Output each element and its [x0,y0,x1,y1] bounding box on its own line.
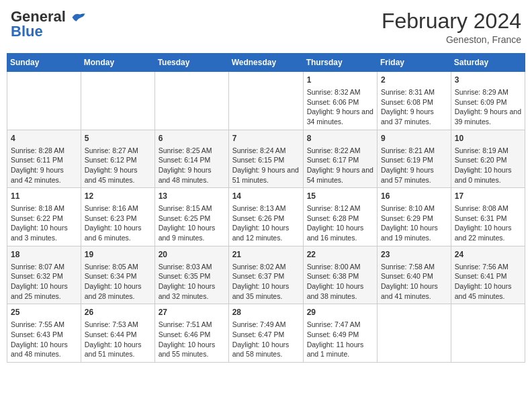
day-number: 29 [307,307,373,318]
calendar-cell: 13Sunrise: 8:15 AM Sunset: 6:25 PM Dayli… [154,188,228,246]
calendar-week-row: 11Sunrise: 8:18 AM Sunset: 6:22 PM Dayli… [7,188,525,246]
calendar-cell: 27Sunrise: 7:51 AM Sunset: 6:46 PM Dayli… [154,304,228,363]
day-number: 28 [232,307,300,318]
day-number: 26 [85,307,151,318]
header-thursday: Thursday [303,54,377,72]
day-number: 1 [307,75,373,86]
weekday-header-row: Sunday Monday Tuesday Wednesday Thursday… [7,54,525,72]
day-info: Sunrise: 8:12 AM Sunset: 6:28 PM Dayligh… [307,203,373,243]
day-info: Sunrise: 8:05 AM Sunset: 6:34 PM Dayligh… [85,262,151,302]
calendar-cell: 16Sunrise: 8:10 AM Sunset: 6:29 PM Dayli… [378,188,451,246]
calendar-cell: 29Sunrise: 7:47 AM Sunset: 6:49 PM Dayli… [303,304,377,363]
calendar-cell: 21Sunrise: 8:02 AM Sunset: 6:37 PM Dayli… [228,246,303,304]
day-number: 14 [232,191,300,202]
calendar-cell: 3Sunrise: 8:29 AM Sunset: 6:09 PM Daylig… [451,72,525,130]
day-number: 12 [85,191,151,202]
day-number: 23 [381,249,447,261]
calendar-cell: 24Sunrise: 7:56 AM Sunset: 6:41 PM Dayli… [451,246,525,304]
calendar-title-area: February 2024 Geneston, France [382,9,521,45]
calendar-cell: 14Sunrise: 8:13 AM Sunset: 6:26 PM Dayli… [228,188,303,246]
day-info: Sunrise: 8:21 AM Sunset: 6:19 PM Dayligh… [381,146,447,185]
calendar-cell: 1Sunrise: 8:32 AM Sunset: 6:06 PM Daylig… [303,72,377,130]
calendar-week-row: 18Sunrise: 8:07 AM Sunset: 6:32 PM Dayli… [7,246,525,304]
calendar-cell: 25Sunrise: 7:55 AM Sunset: 6:43 PM Dayli… [7,304,81,363]
day-number: 8 [307,133,373,144]
day-info: Sunrise: 8:31 AM Sunset: 6:08 PM Dayligh… [381,87,447,127]
day-info: Sunrise: 7:58 AM Sunset: 6:40 PM Dayligh… [381,262,447,302]
calendar-cell: 20Sunrise: 8:03 AM Sunset: 6:35 PM Dayli… [154,246,228,304]
day-info: Sunrise: 7:55 AM Sunset: 6:43 PM Dayligh… [11,320,77,359]
calendar-week-row: 4Sunrise: 8:28 AM Sunset: 6:11 PM Daylig… [7,130,525,188]
day-number: 6 [159,133,225,144]
day-number: 10 [455,133,521,144]
day-info: Sunrise: 7:49 AM Sunset: 6:47 PM Dayligh… [232,320,300,359]
calendar-cell: 19Sunrise: 8:05 AM Sunset: 6:34 PM Dayli… [81,246,154,304]
day-number: 18 [11,249,77,261]
calendar-week-row: 25Sunrise: 7:55 AM Sunset: 6:43 PM Dayli… [7,304,525,363]
calendar-cell [7,72,81,130]
calendar-cell [154,72,228,130]
day-info: Sunrise: 8:25 AM Sunset: 6:14 PM Dayligh… [159,146,225,185]
day-info: Sunrise: 8:32 AM Sunset: 6:06 PM Dayligh… [307,87,373,127]
day-number: 4 [11,133,77,144]
day-info: Sunrise: 8:07 AM Sunset: 6:32 PM Dayligh… [11,262,77,302]
day-number: 16 [381,191,447,202]
day-info: Sunrise: 8:27 AM Sunset: 6:12 PM Dayligh… [85,146,151,185]
day-info: Sunrise: 7:47 AM Sunset: 6:49 PM Dayligh… [307,320,373,359]
logo-bird-icon [71,11,86,24]
day-info: Sunrise: 8:00 AM Sunset: 6:38 PM Dayligh… [307,262,373,302]
calendar-cell [378,304,451,363]
day-number: 7 [232,133,300,144]
day-number: 20 [159,249,225,261]
calendar-cell: 23Sunrise: 7:58 AM Sunset: 6:40 PM Dayli… [378,246,451,304]
day-number: 11 [11,191,77,202]
calendar-cell: 11Sunrise: 8:18 AM Sunset: 6:22 PM Dayli… [7,188,81,246]
page-header: General Blue February 2024 Geneston, Fra… [7,7,525,48]
day-number: 3 [455,75,521,86]
logo: General Blue [11,9,86,39]
day-number: 25 [11,307,77,318]
day-number: 13 [159,191,225,202]
day-info: Sunrise: 8:29 AM Sunset: 6:09 PM Dayligh… [455,87,521,127]
calendar-cell [228,72,303,130]
calendar-cell: 28Sunrise: 7:49 AM Sunset: 6:47 PM Dayli… [228,304,303,363]
header-tuesday: Tuesday [154,54,228,72]
day-info: Sunrise: 8:13 AM Sunset: 6:26 PM Dayligh… [232,203,300,243]
calendar-cell: 6Sunrise: 8:25 AM Sunset: 6:14 PM Daylig… [154,130,228,188]
header-friday: Friday [378,54,451,72]
day-info: Sunrise: 8:19 AM Sunset: 6:20 PM Dayligh… [455,146,521,185]
calendar-cell: 26Sunrise: 7:53 AM Sunset: 6:44 PM Dayli… [81,304,154,363]
calendar-cell: 5Sunrise: 8:27 AM Sunset: 6:12 PM Daylig… [81,130,154,188]
calendar-cell: 9Sunrise: 8:21 AM Sunset: 6:19 PM Daylig… [378,130,451,188]
day-info: Sunrise: 7:51 AM Sunset: 6:46 PM Dayligh… [159,320,225,359]
calendar-cell: 7Sunrise: 8:24 AM Sunset: 6:15 PM Daylig… [228,130,303,188]
day-number: 5 [85,133,151,144]
day-info: Sunrise: 8:28 AM Sunset: 6:11 PM Dayligh… [11,146,77,185]
logo-blue-text: Blue [11,24,86,39]
day-number: 21 [232,249,300,261]
day-info: Sunrise: 8:24 AM Sunset: 6:15 PM Dayligh… [232,146,300,185]
day-info: Sunrise: 8:16 AM Sunset: 6:23 PM Dayligh… [85,203,151,243]
calendar-cell: 17Sunrise: 8:08 AM Sunset: 6:31 PM Dayli… [451,188,525,246]
calendar-cell: 22Sunrise: 8:00 AM Sunset: 6:38 PM Dayli… [303,246,377,304]
calendar-cell: 8Sunrise: 8:22 AM Sunset: 6:17 PM Daylig… [303,130,377,188]
day-number: 2 [381,75,447,86]
header-monday: Monday [81,54,154,72]
day-number: 22 [307,249,373,261]
header-sunday: Sunday [7,54,81,72]
calendar-title: February 2024 [382,9,521,33]
calendar-table: Sunday Monday Tuesday Wednesday Thursday… [7,53,525,363]
day-number: 27 [159,307,225,318]
day-number: 19 [85,249,151,261]
day-info: Sunrise: 7:53 AM Sunset: 6:44 PM Dayligh… [85,320,151,359]
header-wednesday: Wednesday [228,54,303,72]
day-number: 15 [307,191,373,202]
day-info: Sunrise: 8:22 AM Sunset: 6:17 PM Dayligh… [307,146,373,185]
calendar-cell: 18Sunrise: 8:07 AM Sunset: 6:32 PM Dayli… [7,246,81,304]
day-info: Sunrise: 8:18 AM Sunset: 6:22 PM Dayligh… [11,203,77,243]
day-info: Sunrise: 8:02 AM Sunset: 6:37 PM Dayligh… [232,262,300,302]
calendar-cell: 2Sunrise: 8:31 AM Sunset: 6:08 PM Daylig… [378,72,451,130]
header-saturday: Saturday [451,54,525,72]
calendar-cell: 4Sunrise: 8:28 AM Sunset: 6:11 PM Daylig… [7,130,81,188]
calendar-cell: 10Sunrise: 8:19 AM Sunset: 6:20 PM Dayli… [451,130,525,188]
